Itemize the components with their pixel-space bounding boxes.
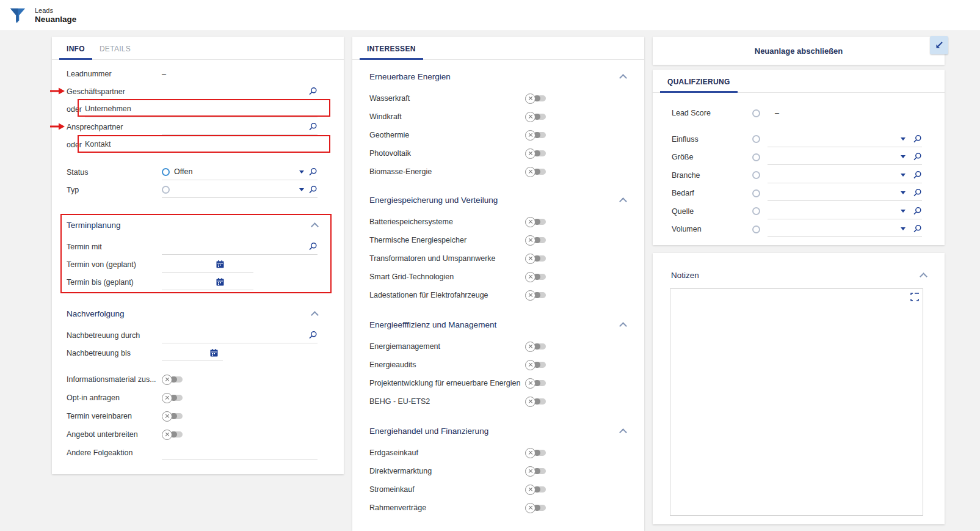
search-icon[interactable]: [913, 170, 922, 180]
expand-fullscreen-icon[interactable]: [910, 293, 919, 303]
branche-label: Branche: [672, 171, 752, 180]
chevron-up-icon[interactable]: [619, 322, 627, 330]
search-icon[interactable]: [308, 331, 318, 340]
toggle-opt-in[interactable]: [162, 393, 183, 403]
lead-score-radio[interactable]: [752, 109, 760, 117]
toggle-x-icon: [525, 217, 535, 227]
search-icon[interactable]: [308, 122, 318, 131]
toggle-x-icon: [525, 485, 535, 495]
calendar-icon[interactable]: [216, 278, 224, 286]
dropdown-arrow-icon[interactable]: [901, 137, 906, 141]
dropdown-arrow-icon[interactable]: [901, 174, 906, 177]
toggle-energieaudits[interactable]: [525, 360, 546, 370]
toggle-rahmenvertraege[interactable]: [525, 503, 546, 513]
toggle-x-icon: [525, 448, 535, 458]
toggle-windkraft[interactable]: [525, 112, 546, 122]
chevron-up-icon[interactable]: [619, 197, 627, 205]
volumen-field[interactable]: [768, 221, 922, 237]
toggle-photovoltaik[interactable]: [525, 148, 546, 159]
toggle-termin-vereinbaren[interactable]: [162, 411, 183, 422]
search-icon[interactable]: [308, 87, 318, 96]
ansprechpartner-input[interactable]: [162, 122, 304, 131]
dropdown-arrow-icon[interactable]: [299, 188, 304, 191]
bedarf-radio[interactable]: [752, 189, 760, 197]
status-radio[interactable]: [162, 168, 170, 176]
toggle-label: Termin vereinbaren: [67, 412, 162, 420]
chevron-up-icon[interactable]: [619, 74, 627, 82]
toggle-x-icon: [525, 360, 535, 370]
tab-interessen[interactable]: INTERESSEN: [360, 37, 423, 60]
neuanlage-abschliessen-button[interactable]: Neuanlage abschließen: [755, 46, 843, 56]
branche-field[interactable]: [768, 167, 922, 183]
nachbetreuung-bis-input[interactable]: [162, 348, 206, 357]
andere-folgeaktion-label: Andere Folgeaktion: [67, 449, 162, 457]
toggle-energiemanagement[interactable]: [525, 342, 546, 352]
section-items: Energiemanagement Energieaudits Projekte…: [369, 337, 626, 411]
chevron-up-icon[interactable]: [311, 222, 319, 230]
tab-info[interactable]: INFO: [59, 37, 92, 60]
toggle-informationsmaterial[interactable]: [162, 375, 183, 385]
einfluss-field[interactable]: [768, 131, 922, 147]
dropdown-arrow-icon[interactable]: [901, 210, 906, 213]
calendar-icon[interactable]: [210, 349, 218, 357]
chevron-up-icon[interactable]: [311, 311, 319, 319]
search-icon[interactable]: [308, 242, 318, 251]
search-icon[interactable]: [913, 224, 922, 233]
toggle-wasserkraft[interactable]: [525, 93, 546, 104]
chevron-up-icon[interactable]: [920, 273, 927, 280]
dropdown-arrow-icon[interactable]: [901, 191, 906, 194]
calendar-icon[interactable]: [216, 260, 224, 268]
geschaeftspartner-input[interactable]: [162, 87, 304, 95]
dropdown-arrow-icon[interactable]: [901, 227, 906, 230]
termin-bis-input[interactable]: [162, 277, 212, 286]
dock-panel-button[interactable]: [930, 36, 948, 54]
toggle-geothermie[interactable]: [525, 130, 546, 141]
interest-row: Direktvermarktung: [369, 462, 626, 480]
unternehmen-field: [85, 101, 318, 117]
bedarf-field[interactable]: [768, 185, 922, 201]
search-icon[interactable]: [913, 207, 922, 216]
toggle-batteriespeicher[interactable]: [525, 217, 546, 227]
toggle-stromeinkauf[interactable]: [525, 485, 546, 495]
toggle-thermische-speicher[interactable]: [525, 235, 546, 246]
interest-label: Direktvermarktung: [369, 467, 525, 475]
section-title: Energiehandel und Finanzierung: [369, 427, 488, 436]
chevron-up-icon[interactable]: [619, 428, 627, 436]
nachbetreuung-durch-input[interactable]: [162, 331, 304, 339]
toggle-smart-grid[interactable]: [525, 272, 546, 282]
tab-details[interactable]: DETAILS: [92, 37, 138, 60]
toggle-angebot[interactable]: [162, 430, 183, 440]
toggle-biomasse[interactable]: [525, 167, 546, 177]
dropdown-arrow-icon[interactable]: [299, 170, 304, 174]
section-energiehandel: Energiehandel und Finanzierung: [369, 420, 626, 441]
unternehmen-input[interactable]: [85, 104, 318, 113]
toggle-behg-eu-ets2[interactable]: [525, 397, 546, 407]
quelle-radio[interactable]: [752, 207, 760, 215]
kontakt-input[interactable]: [85, 140, 318, 148]
toggle-direktvermarktung[interactable]: [525, 466, 546, 477]
tab-qualifizierung[interactable]: QUALIFZIERUNG: [660, 70, 738, 93]
interest-label: Energiemanagement: [369, 342, 525, 351]
toggle-erdgaseinkauf[interactable]: [525, 448, 546, 458]
groesse-radio[interactable]: [752, 153, 760, 161]
einfluss-radio[interactable]: [752, 135, 760, 143]
toggle-projektentwicklung[interactable]: [525, 378, 546, 389]
volumen-radio[interactable]: [752, 225, 760, 233]
groesse-field[interactable]: [768, 149, 922, 165]
termin-mit-input[interactable]: [162, 242, 304, 251]
typ-row: Typ: [67, 181, 318, 199]
quelle-field[interactable]: [768, 203, 922, 219]
toggle-ladestationen[interactable]: [525, 290, 546, 301]
search-icon[interactable]: [913, 188, 922, 197]
typ-radio[interactable]: [162, 186, 170, 194]
search-icon[interactable]: [913, 152, 922, 161]
search-icon[interactable]: [308, 167, 318, 177]
toggle-transformatoren[interactable]: [525, 254, 546, 264]
branche-radio[interactable]: [752, 171, 760, 179]
dropdown-arrow-icon[interactable]: [901, 155, 906, 158]
termin-von-input[interactable]: [162, 260, 212, 268]
search-icon[interactable]: [308, 185, 318, 194]
andere-folgeaktion-input[interactable]: [162, 449, 318, 457]
search-icon[interactable]: [913, 134, 922, 144]
notes-textarea[interactable]: [670, 288, 923, 516]
